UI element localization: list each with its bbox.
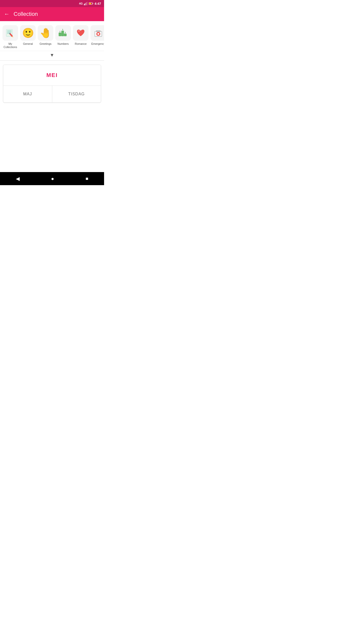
nav-back-button[interactable]: ◀ — [16, 176, 20, 182]
category-label-general: General — [23, 42, 33, 46]
category-label-numbers: Numbers — [58, 42, 69, 46]
svg-text:⚡: ⚡ — [90, 3, 92, 5]
app-title: Collection — [14, 11, 38, 17]
category-label-romance: Romance — [75, 42, 86, 46]
expand-row[interactable]: ▼ — [0, 51, 104, 61]
battery-icon: ⚡ — [89, 2, 93, 5]
svg-rect-16 — [59, 33, 61, 36]
status-bar: 4G ⚡ 4:47 — [0, 0, 104, 7]
content-area: MEI MAJ TISDAG — [0, 61, 104, 107]
emergency-icon-wrapper — [90, 25, 104, 41]
card-footer-right[interactable]: TISDAG — [52, 86, 101, 102]
numbers-icon: 1 2 3 — [58, 27, 69, 38]
signal-icon — [84, 2, 87, 5]
svg-text:3: 3 — [65, 32, 66, 33]
svg-text:2: 2 — [60, 31, 61, 32]
card-footer-left[interactable]: MAJ — [3, 86, 52, 102]
nav-recent-button[interactable]: ■ — [85, 176, 88, 181]
card-header[interactable]: MEI — [3, 65, 101, 86]
app-bar: ← Collection — [0, 7, 104, 21]
greetings-icon: 🤚 — [40, 27, 51, 38]
time-display: 4:47 — [95, 2, 101, 6]
emergency-icon — [93, 27, 104, 38]
svg-rect-2 — [86, 2, 87, 5]
romance-icon-wrapper — [73, 25, 88, 41]
svg-rect-15 — [61, 31, 64, 36]
svg-rect-3 — [87, 2, 87, 5]
status-icons: 4G ⚡ 4:47 — [79, 2, 101, 6]
category-label-greetings: Greetings — [39, 42, 52, 46]
svg-rect-0 — [84, 4, 85, 5]
back-button[interactable]: ← — [4, 11, 10, 17]
category-item-romance[interactable]: Romance — [72, 25, 89, 46]
category-item-greetings[interactable]: 🤚 Greetings — [37, 25, 54, 46]
chevron-down-icon[interactable]: ▼ — [50, 53, 54, 58]
category-item-emergency[interactable]: Emergency — [90, 25, 104, 46]
svg-rect-1 — [85, 3, 86, 5]
nav-home-button[interactable]: ● — [51, 176, 54, 182]
category-item-general[interactable]: 🙂 General — [20, 25, 36, 46]
romance-icon — [75, 27, 86, 38]
greetings-icon-wrapper: 🤚 — [38, 25, 53, 41]
general-icon: 🙂 — [22, 27, 33, 38]
my-collections-icon — [5, 27, 16, 38]
svg-rect-17 — [64, 34, 67, 36]
my-collections-icon-wrapper — [3, 25, 18, 41]
category-label-my-collections: My Collections — [2, 42, 19, 49]
category-item-numbers[interactable]: 1 2 3 Numbers — [55, 25, 71, 46]
svg-text:1: 1 — [62, 28, 63, 31]
phrase-card: MEI MAJ TISDAG — [3, 65, 101, 103]
card-footer: MAJ TISDAG — [3, 86, 101, 102]
nav-bar: ◀ ● ■ — [0, 172, 104, 185]
category-label-emergency: Emergency — [91, 42, 104, 46]
category-item-my-collections[interactable]: My Collections — [2, 25, 19, 49]
svg-rect-26 — [97, 33, 99, 34]
svg-rect-5 — [93, 3, 93, 4]
category-bar: My Collections 🙂 General 🤚 Greetings 1 2… — [0, 21, 104, 51]
network-icon: 4G — [79, 2, 83, 5]
numbers-icon-wrapper: 1 2 3 — [55, 25, 71, 41]
general-icon-wrapper: 🙂 — [20, 25, 36, 41]
card-main-word: MEI — [46, 72, 58, 78]
